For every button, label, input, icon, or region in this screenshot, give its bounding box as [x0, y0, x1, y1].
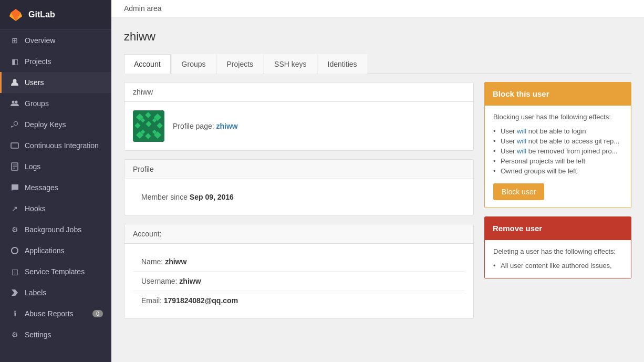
sidebar-item-label: Groups — [25, 99, 103, 108]
svg-point-2 — [15, 101, 18, 104]
card-username: zhiww — [124, 82, 473, 102]
sidebar-item-users[interactable]: Users — [0, 72, 111, 93]
top-bar: Admin area — [111, 0, 644, 17]
hooks-icon: ↗ — [10, 204, 19, 213]
sidebar-item-label: Users — [25, 78, 103, 87]
name-row: Name: zhiww — [133, 252, 465, 272]
block-user-button[interactable]: Block user — [493, 183, 544, 200]
email-value: 1791824082@qq.com — [164, 296, 238, 305]
sidebar-item-abuse-reports[interactable]: ℹ Abuse Reports 0 — [0, 303, 111, 324]
groups-icon — [10, 99, 19, 108]
users-icon — [10, 78, 19, 87]
block-effect-1: User will not be able to login — [493, 126, 622, 136]
sidebar-item-label: Background Jobs — [25, 225, 103, 234]
sidebar-item-ci[interactable]: Continuous Integration — [0, 135, 111, 156]
projects-icon: ◧ — [10, 57, 19, 66]
content-area: zhiww Account Groups Projects SSH keys I… — [111, 17, 644, 362]
background-jobs-icon: ⚙ — [10, 225, 19, 234]
right-column: Block this user Blocking user has the fo… — [484, 82, 631, 278]
sidebar-item-applications[interactable]: Applications — [0, 240, 111, 261]
sidebar-item-label: Settings — [25, 330, 103, 339]
gitlab-logo-icon — [8, 7, 23, 22]
sidebar-item-label: Deploy Keys — [25, 120, 103, 129]
deploy-keys-icon — [10, 120, 19, 129]
page-layout: zhiww — [124, 82, 631, 327]
remove-panel-body: Deleting a user has the following effect… — [484, 240, 631, 278]
sidebar-item-label: Hooks — [25, 204, 103, 213]
logs-icon — [10, 162, 19, 171]
left-column: zhiww — [124, 82, 474, 327]
sidebar-item-label: Applications — [25, 246, 103, 255]
profile-link-text: Profile page: zhiww — [173, 122, 238, 130]
sidebar-item-deploy-keys[interactable]: Deploy Keys — [0, 114, 111, 135]
sidebar-logo[interactable]: GitLab — [0, 0, 111, 30]
settings-icon: ⚙ — [10, 330, 19, 339]
applications-icon — [10, 246, 19, 255]
sidebar-item-label: Logs — [25, 162, 103, 171]
sidebar-item-logs[interactable]: Logs — [0, 156, 111, 177]
member-since-date: Sep 09, 2016 — [190, 193, 234, 201]
sidebar-item-overview[interactable]: ⊞ Overview — [0, 30, 111, 51]
app-name: GitLab — [28, 10, 55, 19]
profile-page-link[interactable]: zhiww — [216, 122, 238, 130]
sidebar-item-settings[interactable]: ⚙ Settings — [0, 324, 111, 345]
user-title: zhiww — [124, 30, 631, 44]
remove-effect-1: All user content like authored issues, — [493, 261, 622, 271]
avatar — [133, 110, 164, 142]
sidebar-item-label: Overview — [25, 36, 103, 45]
sidebar-item-label: Abuse Reports — [25, 309, 92, 318]
sidebar-item-groups[interactable]: Groups — [0, 93, 111, 114]
tabs-bar: Account Groups Projects SSH keys Identit… — [124, 54, 631, 74]
sidebar-item-label: Projects — [25, 57, 103, 66]
svg-rect-3 — [11, 143, 18, 148]
profile-page-label: Profile page: zhiww — [173, 122, 238, 130]
tab-groups[interactable]: Groups — [172, 54, 216, 74]
block-effect-2: User will not be able to access git rep.… — [493, 136, 622, 146]
profile-body: Member since Sep 09, 2016 — [124, 179, 473, 215]
sidebar-item-label: Labels — [25, 288, 103, 297]
sidebar-item-label: Continuous Integration — [25, 141, 103, 150]
sidebar: GitLab ⊞ Overview ◧ Projects Users Group… — [0, 0, 111, 362]
avatar-section: Profile page: zhiww — [124, 102, 473, 150]
main-content: Admin area zhiww Account Groups Projects… — [111, 0, 644, 362]
sidebar-item-label: Service Templates — [25, 267, 103, 276]
overview-icon: ⊞ — [10, 36, 19, 45]
tab-identities[interactable]: Identities — [318, 54, 367, 74]
labels-icon — [10, 288, 19, 297]
ci-icon — [10, 141, 19, 150]
sidebar-item-label: Messages — [25, 183, 103, 192]
account-body: Name: zhiww Username: zhiww Email: 17918… — [124, 244, 473, 318]
tab-ssh-keys[interactable]: SSH keys — [264, 54, 316, 74]
member-since-row: Member since Sep 09, 2016 — [133, 188, 465, 206]
account-header: Account: — [124, 224, 473, 244]
block-effect-4: Personal projects will be left — [493, 156, 622, 166]
block-effect-5: Owned groups will be left — [493, 166, 622, 176]
block-description: Blocking user has the following effects: — [493, 113, 622, 121]
sidebar-item-messages[interactable]: Messages — [0, 177, 111, 198]
tab-account[interactable]: Account — [124, 54, 171, 74]
abuse-reports-icon: ℹ — [10, 309, 19, 318]
email-row: Email: 1791824082@qq.com — [133, 291, 465, 310]
profile-header: Profile — [124, 160, 473, 179]
sidebar-item-background-jobs[interactable]: ⚙ Background Jobs — [0, 219, 111, 240]
sidebar-item-service-templates[interactable]: ◫ Service Templates — [0, 261, 111, 282]
svg-point-1 — [12, 101, 15, 104]
messages-icon — [10, 183, 19, 192]
name-value: zhiww — [165, 257, 186, 266]
tab-projects[interactable]: Projects — [217, 54, 264, 74]
remove-description: Deleting a user has the following effect… — [493, 247, 622, 255]
sidebar-item-labels[interactable]: Labels — [0, 282, 111, 303]
block-effects-list: User will not be able to login User will… — [493, 126, 622, 176]
block-panel-header: Block this user — [484, 82, 631, 106]
sidebar-item-hooks[interactable]: ↗ Hooks — [0, 198, 111, 219]
profile-card: Profile Member since Sep 09, 2016 — [124, 159, 474, 215]
remove-panel-header: Remove user — [484, 216, 631, 240]
remove-panel: Remove user Deleting a user has the foll… — [484, 216, 631, 278]
remove-effects-list: All user content like authored issues, — [493, 261, 622, 271]
sidebar-item-projects[interactable]: ◧ Projects — [0, 51, 111, 72]
username-value: zhiww — [179, 277, 201, 285]
block-panel-body: Blocking user has the following effects:… — [484, 106, 631, 208]
breadcrumb: Admin area — [124, 4, 162, 13]
abuse-reports-badge: 0 — [92, 310, 103, 317]
avatar-svg — [133, 110, 164, 142]
